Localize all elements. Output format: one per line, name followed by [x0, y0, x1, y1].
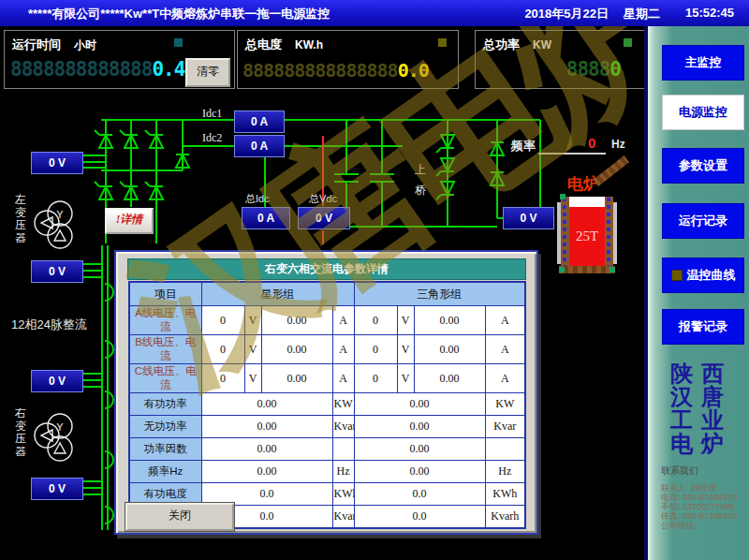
idc2-label: Idc2 [202, 131, 222, 145]
left-transformer-icon: Y [35, 201, 72, 248]
left-voltage-meter-2: 0 V [31, 260, 83, 283]
sidebar-item-temperature-curve[interactable]: 温控曲线 [662, 258, 744, 293]
thyristor-icons [95, 130, 163, 199]
power-indicator-icon [624, 38, 632, 47]
power-value: 0 [609, 58, 621, 81]
power-panel: 总功率KW 88880 [475, 30, 648, 89]
total-idc-label: 总Idc [245, 192, 270, 206]
power-unit: KW [533, 38, 551, 52]
col-star-group: 星形组 [201, 282, 354, 306]
energy-label: 总电度 [245, 37, 282, 52]
furnace-graphic: 25T [557, 191, 617, 273]
runtime-indicator-icon [174, 38, 183, 47]
contact-heading: 联系我们 [661, 466, 737, 476]
power-label: 总功率 [483, 37, 520, 52]
page-title: *****有限公司*****Kw**T中频熔炼炉串联一拖一电源监控 [28, 6, 330, 22]
table-row: 功率因数 0.00 0.00 [129, 438, 525, 461]
total-idc-meter: 0 A [242, 207, 290, 229]
furnace-capacity: 25T [569, 207, 605, 266]
sidebar-item-parameter-settings[interactable]: 参数设置 [662, 148, 744, 184]
right-transformer-icon: Y [35, 414, 72, 461]
left-voltage-meter-3: 0 V [31, 370, 83, 392]
rectifier-note-label: 12相24脉整流 [11, 317, 87, 333]
energy-unit: KW.h [295, 38, 323, 52]
idc2-meter: 0 A [234, 135, 285, 157]
weekday-label: 星期二 [624, 6, 660, 22]
energy-panel: 总电度KW.h 8888888888888880.0 [237, 30, 459, 89]
contact-address: 公司地址: [661, 521, 737, 530]
frequency-unit-label: Hz [611, 138, 625, 151]
table-row: A线电压、电流 0V0.00A 0V0.00A [129, 306, 525, 335]
hmi-screen: *****有限公司*****Kw**T中频熔炼炉串联一拖一电源监控 2018年5… [0, 0, 749, 560]
contact-mobile: 手机: 13700277808 [661, 502, 737, 511]
col-delta-group: 三角形组 [354, 282, 525, 306]
contact-info: 联系我们 联系人: 刘经理 电话: 029-87348470 手机: 13700… [661, 466, 737, 530]
dialog-title: 右变六相交流电参数详情 [127, 258, 526, 280]
clear-runtime-button[interactable]: 清零 [185, 58, 230, 87]
energy-indicator-icon [438, 38, 447, 47]
sidebar-item-power-monitor[interactable]: 电源监控 [662, 95, 744, 130]
runtime-label: 运行时间 [12, 37, 61, 52]
left-transformer-label: 左变压器 [15, 194, 28, 244]
contact-fax: 传真: 029-87348470 [661, 511, 737, 521]
sidebar: 主监控 电源监控 参数设置 运行记录 温控曲线 报警记录 陕西 汉唐 工业 电炉… [648, 26, 749, 560]
svg-text:Y: Y [56, 421, 64, 433]
runtime-value: 0.4 [152, 58, 184, 81]
parameters-dialog: 右变六相交流电参数详情 项目 星形组 三角形组 A线电压、电流 0V0.00A … [114, 250, 538, 535]
power-ghost-digits: 8888 [566, 58, 610, 81]
sidebar-item-main-monitor[interactable]: 主监控 [662, 45, 744, 81]
runtime-ghost-digits: 8888888888888 [10, 58, 152, 81]
parameters-table: 项目 星形组 三角形组 A线电压、电流 0V0.00A 0V0.00A B线电压… [128, 281, 526, 529]
table-row: 有功电度 0.0KWh 0.0KWh [129, 483, 525, 506]
total-vdc-meter: 0 V [298, 207, 350, 229]
indicator-square-icon [671, 270, 683, 281]
left-voltage-meter-1: 0 V [31, 152, 83, 174]
right-voltage-meter: 0 V [503, 207, 554, 229]
frequency-value: 0 [588, 135, 595, 151]
idc1-label: Idc1 [202, 107, 222, 121]
table-row: B线电压、电流 0V0.00A 0V0.00A [129, 335, 525, 364]
runtime-unit: 小时 [74, 38, 96, 52]
col-item: 项目 [129, 282, 201, 306]
table-header-row: 项目 星形组 三角形组 [129, 282, 525, 306]
runtime-panel: 运行时间小时 88888888888880.4 清零 [4, 30, 235, 89]
table-row: 有功功率 0.00KW 0.00KW [129, 393, 525, 416]
sidebar-item-operation-records[interactable]: 运行记录 [662, 203, 744, 239]
date-label: 2018年5月22日 [524, 6, 609, 22]
left-voltage-meter-4: 0 V [31, 478, 83, 500]
right-transformer-label: 右变压器 [15, 407, 28, 458]
total-vdc-label: 总Vdc [309, 192, 337, 206]
contact-person: 联系人: 刘经理 [661, 483, 737, 493]
contact-phone: 电话: 029-87348470 [661, 493, 737, 502]
table-row: C线电压、电流 0V0.00A 0V0.00A [129, 364, 525, 393]
close-button[interactable]: 关闭 [125, 503, 234, 531]
inverter-thyristor-icons [436, 135, 454, 199]
clock-label: 15:52:45 [685, 6, 734, 20]
table-row: 无功功率 0.00Kvar 0.00Kvar [129, 416, 525, 438]
detail-button[interactable]: !详情 [105, 208, 154, 234]
svg-text:Y: Y [56, 209, 64, 220]
upper-bridge-label: 上桥 [415, 159, 428, 200]
energy-ghost-digits: 888888888888888 [242, 59, 398, 81]
energy-value: 0.0 [398, 59, 429, 81]
title-bar: *****有限公司*****Kw**T中频熔炼炉串联一拖一电源监控 2018年5… [0, 0, 749, 26]
table-row: 频率Hz 0.00Hz 0.00Hz [129, 461, 525, 483]
sidebar-item-alarm-records[interactable]: 报警记录 [662, 309, 744, 345]
frequency-label: 频率 [511, 138, 536, 155]
idc1-meter: 0 A [234, 111, 285, 133]
frequency-underline [538, 153, 606, 155]
company-brand: 陕西 汉唐 工业 电炉 [670, 361, 732, 455]
